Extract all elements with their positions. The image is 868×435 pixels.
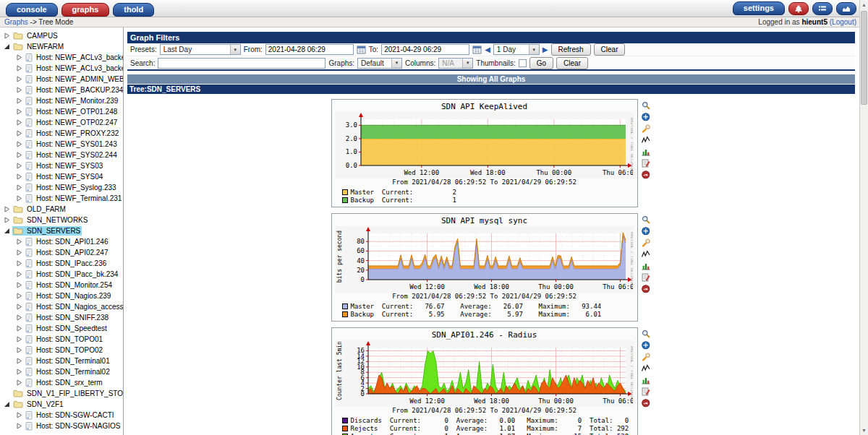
collapse-arrow-icon[interactable] <box>4 43 12 50</box>
tree-item-content[interactable]: Host: NEWF_OTP02.247 <box>25 119 119 127</box>
presets-select[interactable]: Last Day▼ <box>160 44 241 55</box>
expand-arrow-icon[interactable] <box>16 108 25 115</box>
tree-item[interactable]: Host: SDN_API02.247 <box>0 247 123 258</box>
tab-console[interactable]: console <box>6 3 58 17</box>
tree-item[interactable]: Host: SDN_IPacc_bk.234 <box>0 269 123 280</box>
shift-left-button[interactable]: ◀ <box>485 46 490 53</box>
tree-item[interactable]: SDN_V2F1 <box>0 399 123 410</box>
expand-arrow-icon[interactable] <box>16 325 25 332</box>
tree-item[interactable]: Host: SDN-SGW-CACTI <box>0 410 123 421</box>
tree-item-content[interactable]: Host: NEWF_PROXY.232 <box>25 129 120 138</box>
expand-arrow-icon[interactable] <box>16 119 25 126</box>
tree-item-content[interactable]: Host: SDN_IPacc.236 <box>25 259 108 268</box>
tree-item[interactable]: CAMPUS <box>0 30 123 41</box>
tree-item[interactable]: Host: NEWF_SYS04 <box>0 171 123 182</box>
tree-item[interactable]: Host: SDN_Speedtest <box>0 323 123 334</box>
expand-arrow-icon[interactable] <box>16 163 25 169</box>
tree-item[interactable]: NEWFARM <box>0 41 123 52</box>
graph-usage-icon[interactable] <box>642 262 650 270</box>
expand-arrow-icon[interactable] <box>16 76 25 82</box>
collapse-arrow-icon[interactable] <box>4 401 12 408</box>
tree-item[interactable]: Host: NEWF_ACLv3_backend2.149 <box>0 63 123 74</box>
tree-item-content[interactable]: Host: NEWF_Monitor.239 <box>25 97 119 105</box>
graph-source-icon[interactable] <box>642 136 650 145</box>
tree-item-content[interactable]: Host: NEWF_ACLv3_backend2.149 <box>25 64 124 73</box>
graph-source-icon[interactable] <box>642 364 650 373</box>
tree-item-content[interactable]: Host: SDN_Monitor.254 <box>25 281 114 290</box>
tree-item-content[interactable]: Host: NEWF_Syslog.233 <box>25 184 118 192</box>
graph-edit-icon[interactable] <box>642 159 650 168</box>
graph-edit-icon[interactable] <box>642 273 650 282</box>
tree-item[interactable]: SDN_V1_FIP_LIBERTY_STORAGE <box>0 388 123 399</box>
tree-item[interactable]: Host: SDN-SGW-NAGIOS <box>0 421 123 431</box>
tree-item-content[interactable]: Host: SDN_IPacc_bk.234 <box>25 270 119 279</box>
tree-item-content[interactable]: Host: NEWF_SYS01.243 <box>25 140 119 149</box>
expand-arrow-icon[interactable] <box>16 336 25 343</box>
tree-item-selected-content[interactable]: SDN_SERVERS <box>12 226 82 236</box>
expand-arrow-icon[interactable] <box>16 54 25 61</box>
utilities-icon[interactable] <box>642 238 650 247</box>
to-date-input[interactable] <box>381 44 469 55</box>
refresh-button[interactable]: Refresh <box>551 43 591 56</box>
tree-item-content[interactable]: Host: NEWF_ADMIN_WEB <box>25 75 124 84</box>
graph-image[interactable]: 0246810121416Wed 12:00Wed 18:00Thu 00:00… <box>335 340 633 405</box>
tree-item[interactable]: Host: NEWF_Terminal.231 <box>0 193 123 204</box>
tree-item[interactable]: Host: NEWF_Monitor.239 <box>0 95 123 106</box>
tree-item-content[interactable]: Host: SDN_TOPO01 <box>25 335 104 344</box>
tree-item[interactable]: OLD_FARM <box>0 204 123 215</box>
go-button[interactable]: Go <box>529 57 553 69</box>
from-date-input[interactable] <box>265 44 354 55</box>
graph-source-icon[interactable] <box>642 250 650 259</box>
tree-view-button[interactable] <box>788 2 809 15</box>
csv-export-icon[interactable] <box>642 227 650 236</box>
zoom-icon[interactable] <box>642 330 650 338</box>
tree-item[interactable]: Host: NEWF_OTP01.248 <box>0 106 123 117</box>
tree-item-content[interactable]: CAMPUS <box>12 31 59 40</box>
expand-arrow-icon[interactable] <box>16 87 25 93</box>
tree-item[interactable]: Host: SDN_IPacc.236 <box>0 258 123 269</box>
expand-arrow-icon[interactable] <box>16 98 25 104</box>
expand-arrow-icon[interactable] <box>16 260 25 267</box>
shift-right-button[interactable]: ▶ <box>542 46 548 53</box>
expand-arrow-icon[interactable] <box>16 314 25 321</box>
expand-arrow-icon[interactable] <box>16 141 25 147</box>
zoom-icon[interactable] <box>642 101 650 110</box>
expand-arrow-icon[interactable] <box>4 206 12 212</box>
tree-item-content[interactable]: Host: SDN_API01.246 <box>25 238 110 246</box>
expand-arrow-icon[interactable] <box>16 238 25 245</box>
thold-icon[interactable] <box>642 285 650 293</box>
tab-graphs[interactable]: graphs <box>61 3 110 17</box>
tree-item[interactable]: SDN_NETWORKS <box>0 215 123 225</box>
tree-item-content[interactable]: Host: NEWF_ACLv3_backend1.150 <box>25 53 124 62</box>
expand-arrow-icon[interactable] <box>4 217 12 223</box>
tree-item[interactable]: Host: NEWF_OTP02.247 <box>0 117 123 128</box>
tree-item-content[interactable]: Host: SDN_API02.247 <box>25 249 110 257</box>
tree-item[interactable]: Host: NEWF_SYS02.244 <box>0 150 123 160</box>
thold-icon[interactable] <box>642 171 650 179</box>
expand-arrow-icon[interactable] <box>16 195 25 202</box>
graph-usage-icon[interactable] <box>642 376 650 384</box>
tab-thold[interactable]: thold <box>113 3 154 17</box>
expand-arrow-icon[interactable] <box>16 347 25 353</box>
tab-settings[interactable]: settings <box>733 1 785 15</box>
csv-export-icon[interactable] <box>642 113 650 121</box>
expand-arrow-icon[interactable] <box>16 369 25 375</box>
tree-item[interactable]: Host: NEWF_SYS01.243 <box>0 139 123 150</box>
scrollbar-thumb[interactable] <box>861 11 867 105</box>
expand-arrow-icon[interactable] <box>4 33 12 39</box>
graph-image[interactable]: 0.01.02.03.0Wed 12:00Wed 18:00Thu 00:00T… <box>335 112 633 177</box>
csv-export-icon[interactable] <box>642 341 650 350</box>
clear-button-2[interactable]: Clear <box>556 57 588 69</box>
expand-arrow-icon[interactable] <box>16 379 25 386</box>
expand-arrow-icon[interactable] <box>16 173 25 180</box>
tree-item-content[interactable]: Host: NEWF_SYS04 <box>25 173 104 181</box>
graphs-select[interactable]: Default▼ <box>357 58 402 69</box>
collapse-arrow-icon[interactable] <box>4 228 12 234</box>
thold-icon[interactable] <box>642 399 650 408</box>
logout-link[interactable]: (Logout) <box>827 18 856 26</box>
tree-item-content[interactable]: Host: SDN_srx_term <box>25 379 104 387</box>
expand-arrow-icon[interactable] <box>16 249 25 256</box>
tree-item-content[interactable]: Host: SDN_TOPO02 <box>25 346 104 355</box>
calendar-icon[interactable] <box>357 45 366 54</box>
tree-item-content[interactable]: Host: SDN_SNIFF.238 <box>25 314 110 322</box>
